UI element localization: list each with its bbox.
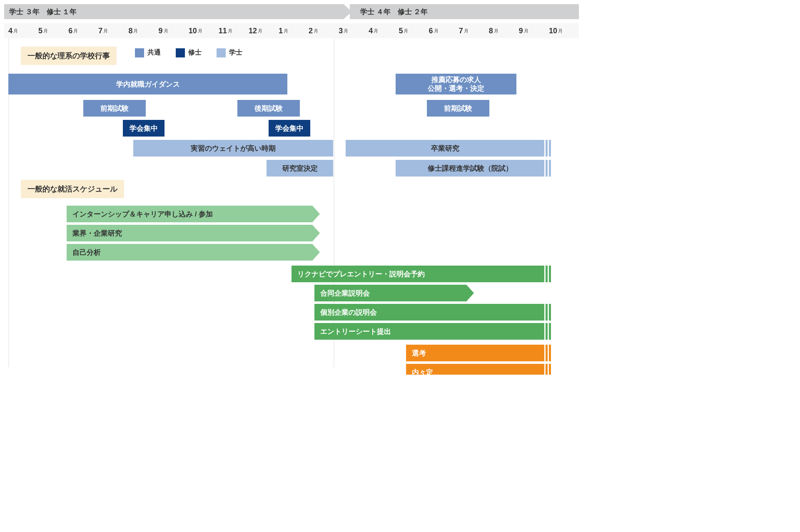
continuation-stripe	[549, 304, 551, 321]
bar-joint: 合同企業説明会	[314, 285, 466, 301]
legend-label: 学士	[229, 49, 242, 56]
month-cell: 12月	[249, 23, 279, 38]
month-cell: 8月	[489, 23, 519, 38]
month-cell: 2月	[309, 23, 339, 38]
month-cell: 5月	[399, 23, 429, 38]
legend-swatch-common	[135, 48, 144, 57]
continuation-stripe	[546, 160, 548, 177]
bar-exam-first1: 前期試験	[83, 100, 146, 117]
bar-labdecide: 研究室決定	[267, 160, 333, 177]
continuation-stripe	[549, 345, 551, 361]
bar-practice: 実習のウェイトが高い時期	[133, 140, 333, 157]
continuation-stripe	[549, 160, 551, 177]
continuation-stripe	[549, 364, 551, 375]
bar-text: 公開・選考・決定	[428, 85, 484, 92]
bar-recommend: 推薦応募の求人 公開・選考・決定	[396, 74, 516, 94]
month-cell: 11月	[219, 23, 249, 38]
month-cell: 10月	[549, 23, 579, 38]
bar-selection: 選考	[406, 345, 544, 361]
month-cell: 9月	[159, 23, 189, 38]
bar-guidance: 学内就職ガイダンス	[8, 74, 287, 94]
legend-label: 共通	[147, 49, 161, 56]
month-cell: 8月	[128, 23, 158, 38]
month-cell: 4月	[369, 23, 399, 38]
bar-self: 自己分析	[67, 244, 312, 261]
month-cell: 4月	[8, 23, 38, 38]
bar-intern: インターンシップ＆キャリア申し込み / 参加	[67, 206, 312, 222]
month-cell: 9月	[519, 23, 549, 38]
section1-title: 一般的な理系の学校行事	[21, 47, 117, 65]
month-row: 4月5月6月7月8月9月10月11月12月1月2月3月4月5月6月7月8月9月1…	[4, 23, 579, 38]
bar-exam-second: 後期試験	[237, 100, 300, 117]
bar-gradexam: 修士課程進学試験（院試）	[396, 160, 544, 177]
timeline-chart: 学士 ３年 修士 １年 学士 ４年 修士 ２年 4月5月6月7月8月9月10月1…	[4, 4, 579, 370]
year-arrow-icon	[344, 4, 352, 19]
month-cell: 5月	[38, 23, 68, 38]
legend-label: 修士	[188, 49, 202, 56]
continuation-stripe	[546, 364, 548, 375]
section2-title: 一般的な就活スケジュール	[21, 180, 124, 198]
month-cell: 10月	[189, 23, 219, 38]
continuation-stripe	[549, 140, 551, 157]
bar-text: 推薦応募の求人	[431, 76, 481, 84]
continuation-stripe	[546, 304, 548, 321]
bar-conf2: 学会集中	[269, 120, 310, 137]
year-left: 学士 ３年 修士 １年	[4, 4, 344, 19]
month-cell: 7月	[98, 23, 128, 38]
bar-preentry: リクナビでプレエントリー・説明会予約	[292, 266, 544, 282]
month-cell: 6月	[68, 23, 98, 38]
continuation-stripe	[546, 266, 548, 282]
bar-thesis: 卒業研究	[346, 140, 544, 157]
bar-conf1: 学会集中	[123, 120, 164, 137]
bar-offer: 内々定	[406, 364, 544, 375]
legend-swatch-master	[176, 48, 185, 57]
legend: 共通 修士 学士	[129, 48, 242, 57]
bar-exam-first2: 前期試験	[427, 100, 489, 117]
continuation-stripe	[546, 323, 548, 340]
month-cell: 6月	[429, 23, 459, 38]
month-cell: 3月	[339, 23, 369, 38]
grid-area: 一般的な理系の学校行事 共通 修士 学士 学内就職ガイダンス 推薦応募の求人 公…	[4, 38, 579, 367]
year-right: 学士 ４年 修士 ２年	[350, 4, 579, 19]
continuation-stripe	[549, 266, 551, 282]
bar-indiv: 個別企業の説明会	[314, 304, 544, 321]
year-header: 学士 ３年 修士 １年 学士 ４年 修士 ２年	[4, 4, 579, 19]
bar-es: エントリーシート提出	[314, 323, 544, 340]
continuation-stripe	[546, 140, 548, 157]
continuation-stripe	[549, 323, 551, 340]
legend-swatch-bachelor	[217, 48, 226, 57]
bar-industry: 業界・企業研究	[67, 225, 312, 241]
month-cell: 7月	[459, 23, 489, 38]
month-cell: 1月	[279, 23, 309, 38]
continuation-stripe	[546, 345, 548, 361]
